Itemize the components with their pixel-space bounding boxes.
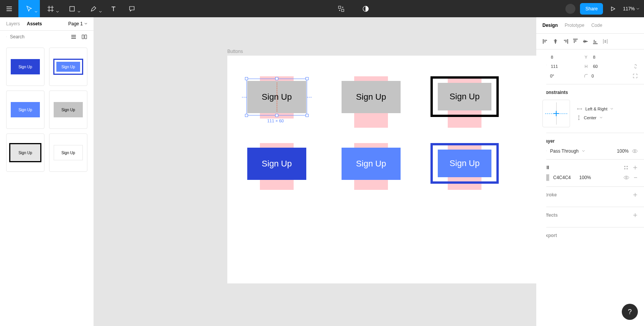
canvas-button-primary[interactable]: Sign Up <box>247 148 306 180</box>
share-button[interactable]: Share <box>580 3 603 15</box>
h-label: H <box>585 64 590 69</box>
plus-icon[interactable] <box>632 212 638 218</box>
tab-assets[interactable]: Assets <box>27 21 42 26</box>
minus-icon[interactable] <box>633 175 638 180</box>
page-label: Page 1 <box>68 21 83 26</box>
frame-tool[interactable] <box>40 0 61 17</box>
chevron-down-icon <box>582 150 585 153</box>
geometry-section: X 8 Y 8 W 111 H 60 0° 0 <box>536 49 644 84</box>
menu-button[interactable] <box>0 0 18 17</box>
chevron-down-icon <box>610 107 613 110</box>
move-tool[interactable] <box>18 0 40 17</box>
svg-point-7 <box>634 150 636 152</box>
tab-code[interactable]: Code <box>591 23 602 28</box>
align-vcenter-icon[interactable] <box>582 38 588 44</box>
rotation-input[interactable]: 0° <box>550 74 581 78</box>
text-tool[interactable] <box>104 0 123 17</box>
canvas-button-outline[interactable]: Sign Up <box>430 76 499 117</box>
canvas-button-grey[interactable]: Sign Up <box>342 81 401 113</box>
asset-thumb: Sign Up <box>54 145 83 160</box>
asset-card[interactable]: Sign Up <box>6 48 44 86</box>
y-label: Y <box>585 55 590 59</box>
align-hcenter-icon[interactable] <box>552 38 559 44</box>
y-input[interactable]: 8 <box>593 55 624 59</box>
chevron-down-icon <box>600 116 603 119</box>
svg-rect-2 <box>342 9 344 12</box>
h-input[interactable]: 60 <box>593 64 624 69</box>
layer-title: Layer <box>542 138 638 144</box>
mask-icon[interactable] <box>356 0 375 17</box>
fill-hex[interactable]: C4C4C4 <box>553 175 571 180</box>
component-icon[interactable] <box>332 0 350 17</box>
blend-mode[interactable]: Pass Through <box>550 148 579 154</box>
radius-input[interactable]: 0 <box>591 74 622 78</box>
svg-point-12 <box>626 177 627 178</box>
align-right-icon[interactable] <box>562 38 568 44</box>
style-icon[interactable] <box>623 165 629 170</box>
shape-tool[interactable] <box>61 0 83 17</box>
canvas-button-secondary[interactable]: Sign Up <box>342 148 401 180</box>
page-selector[interactable]: Page 1 <box>68 21 87 26</box>
link-wh-icon[interactable] <box>633 63 638 69</box>
eye-icon[interactable] <box>632 149 638 153</box>
asset-card[interactable]: Sign Up <box>49 48 87 86</box>
selection-handle[interactable] <box>245 77 248 80</box>
help-button[interactable]: ? <box>622 304 638 320</box>
stroke-section: Stroke <box>536 187 644 207</box>
chevron-down-icon <box>636 7 639 10</box>
constraint-horizontal[interactable]: Left & Right <box>577 107 613 111</box>
independent-corners-icon[interactable] <box>632 73 638 79</box>
frame-label[interactable]: Buttons <box>227 49 243 54</box>
selection-handle[interactable] <box>245 114 248 117</box>
tab-layers[interactable]: Layers <box>6 21 20 26</box>
frame-buttons[interactable]: Sign Up Sign Up Sign Up Sign Up Sign Up … <box>227 56 546 283</box>
top-toolbar: Share 117% <box>0 0 644 17</box>
asset-thumb: Sign Up <box>11 102 40 117</box>
fill-opacity[interactable]: 100% <box>579 175 591 180</box>
canvas-button-outline-blue[interactable]: Sign Up <box>430 143 499 184</box>
plus-icon[interactable] <box>632 192 638 198</box>
tab-prototype[interactable]: Prototype <box>565 23 584 28</box>
svg-point-3 <box>339 10 340 11</box>
constraint-vertical[interactable]: Center <box>577 115 613 120</box>
export-section: Export <box>536 227 644 247</box>
present-button[interactable] <box>608 0 618 17</box>
right-panel-tabs: Design Prototype Code <box>536 17 644 34</box>
canvas[interactable]: Buttons Sign Up Sign Up Sign Up Sign Up … <box>94 17 536 326</box>
alignment-guide <box>307 97 312 97</box>
assets-search-input[interactable] <box>10 34 67 40</box>
w-input[interactable]: 111 <box>551 64 582 69</box>
fill-section: Fill C4C4C4 100% <box>536 160 644 187</box>
selection-handle[interactable] <box>306 77 309 80</box>
svg-rect-0 <box>70 7 74 11</box>
zoom-control[interactable]: 117% <box>623 6 639 12</box>
asset-card[interactable]: Sign Up <box>49 133 87 172</box>
selection-handle[interactable] <box>275 77 278 80</box>
asset-card[interactable]: Sign Up <box>6 133 44 172</box>
asset-thumb: Sign Up <box>53 59 83 75</box>
x-input[interactable]: 8 <box>551 55 582 59</box>
comment-tool[interactable] <box>123 0 141 17</box>
distribute-icon[interactable] <box>602 38 608 44</box>
layer-opacity[interactable]: 100% <box>617 148 629 154</box>
align-bottom-icon[interactable] <box>592 38 598 44</box>
align-left-icon[interactable] <box>542 38 549 44</box>
canvas-button-inner: Sign Up <box>438 150 491 177</box>
eye-icon[interactable] <box>623 175 629 180</box>
list-view-icon[interactable] <box>71 34 77 40</box>
selection-handle[interactable] <box>306 114 309 117</box>
chevron-down-icon <box>77 10 80 13</box>
search-icon <box>6 34 7 40</box>
asset-thumb: Sign Up <box>54 102 83 117</box>
constraint-widget[interactable] <box>542 100 570 127</box>
library-icon[interactable] <box>81 34 87 40</box>
align-top-icon[interactable] <box>572 38 578 44</box>
pen-tool[interactable] <box>83 0 104 17</box>
plus-icon[interactable] <box>632 165 638 170</box>
left-panel: Layers Assets Page 1 Sign Up Sign Up Sig… <box>0 17 94 326</box>
user-avatar[interactable] <box>565 4 575 14</box>
selection-handle[interactable] <box>275 114 278 117</box>
tab-design[interactable]: Design <box>542 23 558 28</box>
asset-card[interactable]: Sign Up <box>6 91 44 129</box>
asset-card[interactable]: Sign Up <box>49 91 87 129</box>
